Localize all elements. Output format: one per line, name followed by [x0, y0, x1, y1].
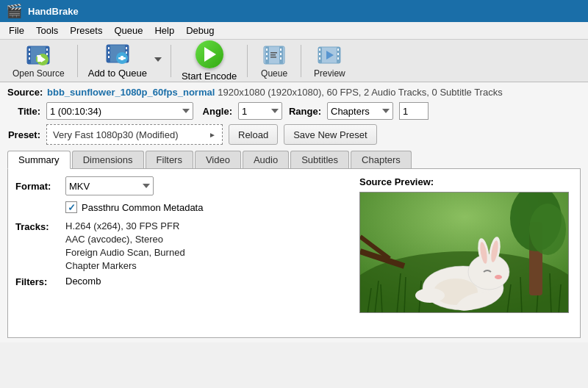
- tab-summary[interactable]: Summary: [7, 151, 71, 169]
- play-button-circle[interactable]: [196, 40, 223, 68]
- format-select[interactable]: MKV: [65, 176, 154, 195]
- svg-rect-7: [46, 53, 48, 55]
- preset-text: Very Fast 1080p30 (Modified): [53, 129, 179, 140]
- svg-rect-46: [337, 57, 339, 60]
- passthru-checkbox-row: ✓ Passthru Common Metadata: [65, 201, 348, 213]
- title-row: Title: 1 (00:10:34) Angle: 1 Range: Chap…: [7, 102, 581, 120]
- open-source-icon: [26, 43, 50, 67]
- menu-bar: File Tools Presets Queue Help Debug: [0, 22, 588, 40]
- range-select[interactable]: Chapters: [327, 102, 393, 120]
- tab-filters[interactable]: Filters: [146, 151, 193, 168]
- filters-value: Decomb: [65, 276, 101, 287]
- app-title: HandBrake: [28, 6, 79, 17]
- tab-video[interactable]: Video: [195, 151, 241, 168]
- format-label: Format:: [15, 181, 60, 192]
- title-label: Title:: [7, 106, 40, 117]
- tab-subtitles[interactable]: Subtitles: [290, 151, 349, 168]
- track-1: H.264 (x264), 30 FPS PFR: [65, 220, 185, 231]
- queue-label: Queue: [261, 68, 287, 79]
- preview-button[interactable]: Preview: [307, 40, 352, 82]
- tab-content-summary: Format: MKV ✓ Passthru Common Metadata T…: [7, 169, 581, 338]
- source-filename: bbb_sunflower_1080p_60fps_normal: [47, 87, 215, 98]
- open-source-label: Open Source: [12, 68, 65, 79]
- svg-rect-44: [337, 48, 339, 51]
- angle-select[interactable]: 1: [238, 102, 282, 120]
- svg-rect-21: [126, 51, 127, 54]
- add-to-queue-button[interactable]: Add to Queue: [84, 40, 151, 82]
- svg-rect-31: [266, 57, 268, 60]
- tab-chapters[interactable]: Chapters: [351, 151, 412, 168]
- svg-rect-13: [36, 57, 37, 62]
- svg-rect-5: [29, 57, 30, 60]
- preset-row: Preset: Very Fast 1080p30 (Modified) ► R…: [7, 124, 581, 145]
- range-label: Range:: [288, 106, 321, 117]
- queue-button[interactable]: Queue: [254, 40, 295, 82]
- svg-rect-3: [29, 48, 30, 51]
- source-label: Source:: [7, 87, 44, 98]
- track-2: AAC (avcodec), Stereo: [65, 234, 185, 245]
- passthru-checkbox[interactable]: ✓: [65, 201, 77, 213]
- track-3: Foreign Audio Scan, Burned: [65, 247, 185, 258]
- svg-rect-29: [266, 48, 268, 51]
- preset-arrow-icon: ►: [209, 131, 216, 139]
- menu-help[interactable]: Help: [148, 24, 180, 37]
- menu-queue[interactable]: Queue: [108, 24, 148, 37]
- start-encode-button[interactable]: Start Encode: [177, 39, 241, 83]
- range-start-input[interactable]: [399, 102, 429, 120]
- dropdown-arrow-icon: [154, 57, 162, 62]
- title-select[interactable]: 1 (00:10:34): [46, 102, 193, 120]
- track-4: Chapter Markers: [65, 260, 185, 271]
- menu-tools[interactable]: Tools: [30, 24, 64, 37]
- svg-rect-33: [280, 53, 282, 55]
- separator-1: [77, 45, 78, 77]
- svg-rect-41: [319, 48, 320, 51]
- tab-dimensions[interactable]: Dimensions: [72, 151, 144, 168]
- add-to-queue-label: Add to Queue: [88, 68, 147, 79]
- source-preview-image: [359, 192, 569, 313]
- tracks-row: Tracks: H.264 (x264), 30 FPS PFR AAC (av…: [15, 220, 348, 271]
- preview-icon: [318, 43, 341, 67]
- svg-rect-37: [270, 57, 276, 58]
- svg-rect-45: [337, 53, 339, 55]
- filters-label: Filters:: [15, 276, 60, 287]
- svg-point-63: [529, 204, 566, 255]
- menu-presets[interactable]: Presets: [64, 24, 108, 37]
- source-preview-panel: Source Preview:: [359, 176, 573, 330]
- menu-debug[interactable]: Debug: [180, 24, 220, 37]
- svg-point-72: [495, 275, 502, 279]
- tracks-label: Tracks:: [15, 220, 60, 271]
- svg-rect-4: [29, 53, 30, 55]
- reload-button[interactable]: Reload: [229, 124, 278, 145]
- summary-left-panel: Format: MKV ✓ Passthru Common Metadata T…: [15, 176, 348, 330]
- queue-icon: [262, 43, 286, 67]
- svg-rect-43: [319, 57, 320, 60]
- add-to-queue-dropdown[interactable]: [151, 54, 165, 68]
- svg-rect-35: [270, 52, 277, 54]
- tracks-values: H.264 (x264), 30 FPS PFR AAC (avcodec), …: [65, 220, 185, 271]
- preset-dropdown[interactable]: Very Fast 1080p30 (Modified) ►: [46, 124, 223, 145]
- svg-rect-36: [270, 54, 276, 56]
- svg-rect-25: [118, 57, 126, 60]
- save-new-preset-button[interactable]: Save New Preset: [284, 124, 376, 145]
- svg-point-74: [415, 288, 445, 303]
- source-info: 1920x1080 (1920x1080), 60 FPS, 2 Audio T…: [218, 87, 502, 98]
- source-preview-label: Source Preview:: [359, 176, 573, 187]
- tab-audio[interactable]: Audio: [243, 151, 289, 168]
- svg-rect-32: [280, 48, 282, 51]
- preset-label: Preset:: [7, 129, 40, 140]
- play-icon: [204, 47, 216, 62]
- tabs-bar: Summary Dimensions Filters Video Audio S…: [7, 151, 581, 169]
- svg-rect-17: [108, 47, 110, 49]
- separator-2: [171, 45, 171, 77]
- toolbar: Open Source: [0, 40, 588, 82]
- title-bar: 🎬 HandBrake: [0, 0, 588, 22]
- add-to-queue-icon: [106, 43, 129, 66]
- menu-file[interactable]: File: [3, 24, 30, 37]
- open-source-button[interactable]: Open Source: [6, 40, 71, 82]
- svg-rect-42: [319, 53, 320, 55]
- add-to-queue-split[interactable]: Add to Queue: [84, 40, 165, 82]
- svg-rect-19: [108, 56, 110, 58]
- source-row: Source: bbb_sunflower_1080p_60fps_normal…: [7, 87, 581, 98]
- svg-rect-34: [280, 57, 282, 60]
- angle-label: Angle:: [199, 106, 232, 117]
